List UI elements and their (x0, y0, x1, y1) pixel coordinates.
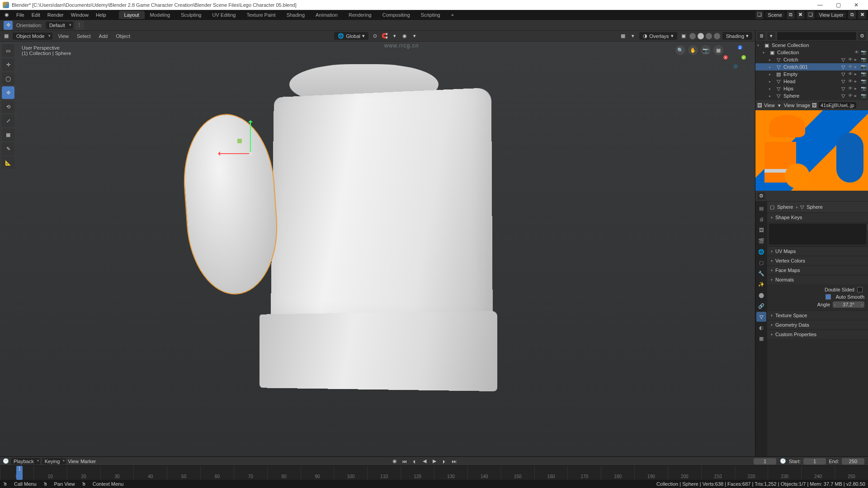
render-icon[interactable]: 📷 (861, 71, 866, 77)
scene-delete-icon[interactable]: ✖ (797, 11, 805, 19)
select-icon[interactable]: ▸ (854, 79, 860, 84)
sync-icon[interactable]: 🕑 (779, 458, 787, 465)
window-close-button[interactable]: ✕ (847, 0, 865, 10)
gizmo-toggle-icon[interactable]: ▦ (618, 32, 627, 41)
eye-icon[interactable]: 👁 (854, 50, 860, 55)
editor-type-icon[interactable]: ▦ (2, 32, 11, 41)
window-maximize-button[interactable]: ▢ (829, 0, 847, 10)
prop-tab-physics[interactable]: ⬤ (756, 290, 766, 300)
shading-dropdown[interactable]: Shading ▾ (722, 32, 752, 40)
viewport-menu-select[interactable]: Select (73, 33, 94, 40)
auto-smooth-checkbox[interactable] (826, 294, 831, 300)
section-shape-keys[interactable]: Shape Keys (767, 213, 868, 222)
select-icon[interactable]: ▸ (854, 93, 860, 99)
snap-options-icon[interactable]: ▾ (390, 32, 399, 41)
timeline-menu-playback[interactable]: Playback (11, 458, 40, 465)
nav-zoom-icon[interactable]: 🔍 (675, 45, 685, 55)
viewlayer-delete-icon[interactable]: ✖ (858, 11, 866, 19)
prop-tab-texture[interactable]: ▩ (756, 333, 766, 343)
tab-layout[interactable]: Layout (119, 11, 145, 19)
keyframe-next-icon[interactable]: ⏵ (440, 458, 448, 465)
timeline-menu-view[interactable]: View (68, 459, 79, 464)
gizmo-center[interactable] (249, 152, 252, 155)
timeline-playhead[interactable]: 1 (16, 466, 23, 480)
orientation-options-icon[interactable]: ⋮ (75, 21, 84, 30)
eye-icon[interactable]: 👁 (848, 71, 854, 77)
gizmo-options-icon[interactable]: ▾ (628, 32, 637, 41)
prop-tab-constraints[interactable]: 🔗 (756, 301, 766, 311)
gizmo-axis-x[interactable] (218, 153, 250, 154)
end-frame-field[interactable]: 250 (842, 458, 864, 465)
menu-file[interactable]: File (13, 11, 28, 19)
prop-tab-scene[interactable]: 🎬 (756, 236, 766, 246)
menu-render[interactable]: Render (44, 11, 67, 19)
shading-wireframe-icon[interactable] (689, 33, 696, 39)
tab-modeling[interactable]: Modeling (145, 11, 176, 19)
pivot-icon[interactable]: ⊙ (370, 32, 379, 41)
prop-tab-render[interactable]: ▤ (756, 203, 766, 213)
axis-gizmo[interactable]: X Z Y (723, 45, 747, 69)
section-normals[interactable]: Normals (767, 275, 868, 284)
image-filename[interactable]: 41sEjjBUseL.jp (819, 102, 856, 108)
prop-tab-viewlayer[interactable]: 🖼 (756, 225, 766, 235)
gizmo-plane-handle[interactable] (237, 139, 242, 143)
xray-icon[interactable]: ▣ (679, 32, 688, 41)
prop-tab-object[interactable]: ▢ (756, 258, 766, 267)
tool-cursor[interactable]: ✛ (2, 58, 14, 71)
section-face-maps[interactable]: Face Maps (767, 266, 868, 275)
properties-body[interactable]: ▢Sphere › ▽Sphere Shape Keys + UV Maps V… (767, 202, 868, 456)
prop-tab-particles[interactable]: ✨ (756, 279, 766, 289)
3d-viewport[interactable]: User Perspective (1) Collection | Sphere… (0, 42, 755, 456)
image-menu-image[interactable]: Image (796, 103, 810, 108)
shading-rendered-icon[interactable] (714, 33, 720, 39)
viewport-menu-add[interactable]: Add (95, 33, 112, 40)
outliner-item-crotch-001[interactable]: ▸▽Crotch.001▽👁▸📷 (755, 63, 868, 70)
tab-sculpting[interactable]: Sculpting (175, 11, 207, 19)
tool-scale[interactable]: ⤢ (2, 114, 14, 127)
tab-animation[interactable]: Animation (310, 11, 343, 19)
tab-shading[interactable]: Shading (281, 11, 310, 19)
jump-start-icon[interactable]: ⏮ (401, 458, 409, 465)
eye-icon[interactable]: 👁 (848, 57, 854, 62)
render-icon[interactable]: 📷 (861, 93, 866, 99)
image-browse-icon[interactable]: 🖼 (812, 103, 817, 108)
jump-end-icon[interactable]: ⏭ (450, 458, 458, 465)
tool-transform[interactable]: ▦ (2, 128, 14, 141)
tab-texture-paint[interactable]: Texture Paint (241, 11, 281, 19)
viewport-menu-view[interactable]: View (54, 33, 72, 40)
outliner-search[interactable] (777, 32, 856, 40)
eye-icon[interactable]: 👁 (848, 86, 854, 91)
tool-rotate[interactable]: ⟲ (2, 100, 14, 113)
outliner-scene-collection[interactable]: ▾▣ Scene Collection (755, 42, 868, 49)
section-custom-properties[interactable]: Custom Properties (767, 330, 868, 339)
render-icon[interactable]: 📷 (861, 50, 866, 55)
tab-uv-editing[interactable]: UV Editing (207, 11, 241, 19)
nav-ortho-icon[interactable]: ▦ (713, 45, 723, 55)
nav-pan-icon[interactable]: ✋ (688, 45, 698, 55)
shading-solid-icon[interactable] (698, 33, 704, 39)
eye-icon[interactable]: 👁 (848, 79, 854, 84)
nav-camera-icon[interactable]: 📷 (701, 45, 711, 55)
proportional-icon[interactable]: ◉ (400, 32, 409, 41)
select-icon[interactable]: ▸ (854, 64, 860, 70)
render-icon[interactable]: 📷 (861, 57, 866, 62)
render-icon[interactable]: 📷 (861, 64, 866, 70)
proportional-options-icon[interactable]: ▾ (410, 32, 419, 41)
viewlayer-new-icon[interactable]: ⧉ (848, 11, 856, 19)
autokey-icon[interactable]: ◉ (391, 458, 399, 465)
timeline-editor-icon[interactable]: 🕑 (3, 458, 9, 464)
tool-select-circle[interactable]: ◯ (2, 72, 14, 85)
window-minimize-button[interactable]: — (811, 0, 829, 10)
play-icon[interactable]: ▶ (430, 458, 439, 465)
scene-selector[interactable]: Scene (765, 12, 785, 18)
tool-select-box[interactable]: ▭ (2, 44, 14, 57)
tab-rendering[interactable]: Rendering (343, 11, 377, 19)
section-vertex-colors[interactable]: Vertex Colors (767, 256, 868, 265)
menu-edit[interactable]: Edit (28, 11, 44, 19)
outliner-collection[interactable]: ▾▣ Collection 👁📷 (755, 49, 868, 56)
tab-add[interactable]: + (446, 11, 459, 19)
transform-orientation-dropdown[interactable]: 🌐 Global ▾ (334, 32, 368, 40)
menu-help[interactable]: Help (92, 11, 110, 19)
prop-tab-data[interactable]: ▽ (756, 312, 766, 322)
viewlayer-browse-icon[interactable]: ❏ (807, 11, 815, 19)
